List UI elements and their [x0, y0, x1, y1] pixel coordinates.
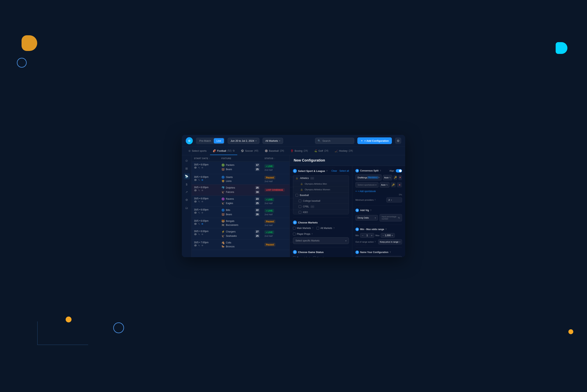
league-kbo[interactable]: KBO — [293, 210, 349, 214]
league-olympics-men[interactable]: 🔒 Olympics Athletics Men — [293, 181, 349, 187]
player-props-check[interactable]: Player Props ? — [293, 233, 313, 236]
date-range-dropdown[interactable]: Jun 20 to Jul 2, 2024 ▾ — [228, 138, 259, 144]
edit-icon[interactable]: ✎ — [198, 244, 200, 247]
add-sportsbook-button[interactable]: + + Add sportsbook — [355, 189, 376, 194]
comment-icon[interactable]: 💬 — [194, 223, 197, 226]
live-status-check[interactable]: Live ? — [313, 256, 324, 257]
comment-icon[interactable]: 💬 — [194, 233, 197, 236]
edit-icon[interactable]: ✎ — [198, 189, 200, 192]
sidebar-dollar-icon[interactable]: $ — [184, 181, 190, 188]
algo-toggle-switch[interactable] — [396, 169, 402, 172]
section-1-num: 1 — [293, 169, 297, 173]
sidebar-home-icon[interactable]: ⊙ — [184, 158, 190, 164]
status-sub: 2nd Half — [264, 235, 274, 237]
eye-icon[interactable]: 👁 — [201, 233, 204, 236]
prematch-status-check[interactable]: Pre-match ? — [293, 256, 310, 257]
league-cpbl[interactable]: CPBL ··· — [293, 204, 349, 210]
delete-sportsbook-icon[interactable]: ✕ — [398, 175, 402, 180]
section-6-num: 6 — [355, 228, 359, 231]
prematch-tab[interactable]: Pre-Match — [196, 138, 214, 144]
new-configuration-panel: New Configuration 1 Select Sport & Leagu… — [290, 155, 405, 257]
sport-checkbox[interactable] — [295, 194, 298, 196]
main-markets-check[interactable]: Main Markets ? — [293, 227, 313, 230]
soccer-tab[interactable]: ⚽ Soccer (40) — [238, 147, 261, 155]
eye-icon[interactable]: 👁 — [201, 179, 204, 182]
cell-date-5: 30/5 • 6:00pm 💬 ✎ 👁 — [192, 207, 219, 218]
min-increment-button[interactable]: + — [371, 234, 372, 237]
eye-icon[interactable]: 👁 — [201, 200, 204, 203]
league-olympics-women[interactable]: 🔒 Olympics Athletics Women — [293, 187, 349, 192]
hockey-tab[interactable]: 🏒 Hockey (24) — [332, 147, 356, 155]
league-college-baseball[interactable]: College baseball — [293, 198, 349, 204]
golf-tab[interactable]: ⛳ Golf (24) — [311, 147, 331, 155]
league-checkbox[interactable] — [299, 205, 301, 208]
alt-markets-checkbox[interactable] — [316, 227, 319, 230]
edit-icon[interactable]: ✎ — [198, 223, 200, 226]
sportsbook-select-1[interactable]: Draftkings Mandatory ▾ — [355, 174, 382, 180]
boxing-tab[interactable]: 🥊 Boxing (24) — [288, 147, 311, 155]
edit-icon[interactable]: ✎ — [198, 233, 200, 236]
search-input[interactable] — [322, 139, 352, 142]
out-range-select[interactable]: Keep price in range ▾ — [378, 239, 402, 244]
clear-button[interactable]: Clear — [332, 170, 337, 172]
lock-sportsbook-icon[interactable]: 🔑 — [393, 175, 397, 180]
delete-sportsbook-icon-2[interactable]: ✕ — [397, 182, 402, 188]
date-text: 30/5 • 7:00pm — [194, 241, 208, 244]
eye-icon[interactable]: 👁 — [201, 244, 204, 247]
specific-markets-dropdown[interactable]: Select specific Markets ▾ — [293, 237, 349, 244]
pct-input-1[interactable]: Auto % — [383, 175, 392, 180]
edit-icon[interactable]: ✎ — [198, 166, 200, 169]
player-props-checkbox[interactable] — [293, 233, 296, 236]
eye-icon[interactable]: 👁 — [201, 189, 204, 192]
add-configuration-button[interactable]: ＋ + Add Configuration — [357, 138, 392, 144]
eye-icon[interactable]: 👁 — [201, 223, 204, 226]
select-all-button[interactable]: Select all — [339, 170, 349, 172]
markets-filter-dropdown[interactable]: All Markets ▾ — [263, 138, 283, 144]
max-decrement-button[interactable]: − — [382, 234, 384, 237]
section-4-title: 4 Consensus Split ? Algo — [355, 169, 402, 172]
comment-icon[interactable]: 💬 — [194, 244, 197, 247]
team-score: 25 — [255, 234, 260, 238]
sidebar-broadcast-icon[interactable]: 📡 — [184, 173, 190, 180]
sportsbook-select-2[interactable]: Select sportsbook ▾ — [355, 182, 379, 188]
comment-icon[interactable]: 💬 — [194, 189, 197, 192]
eye-icon[interactable]: 👁 — [201, 166, 204, 169]
comment-icon[interactable]: 💬 — [194, 166, 197, 169]
league-checkbox[interactable] — [299, 200, 301, 202]
config-name-input[interactable] — [355, 256, 402, 257]
edit-icon[interactable]: ✎ — [198, 212, 200, 214]
app-logo[interactable]: ⊙ — [186, 137, 193, 144]
comment-icon[interactable]: 💬 — [194, 179, 197, 182]
live-checkbox[interactable] — [313, 256, 316, 257]
cell-fixture-3: 🐬 Dolphins 25 🦅 Falcons 16 — [219, 184, 262, 196]
date-text: 30/5 • 6:00pm — [194, 208, 208, 211]
sidebar-trend-icon[interactable]: ↗ — [184, 189, 190, 195]
min-providers-select[interactable]: 2 ▾ — [386, 197, 402, 202]
max-increment-button[interactable]: + — [392, 234, 393, 237]
main-markets-checkbox[interactable] — [293, 227, 296, 230]
select-sports-tab[interactable]: ⊙ Select sports — [186, 147, 209, 155]
live-tab[interactable]: Live — [214, 138, 224, 144]
sport-athletics[interactable]: 🔒 Athletics ··· — [293, 176, 349, 181]
baseball-tab[interactable]: ⚾ Baseball (24) — [262, 147, 287, 155]
comment-icon[interactable]: 💬 — [194, 200, 197, 203]
comment-icon[interactable]: 💬 — [194, 212, 197, 214]
sport-baseball[interactable]: Baseball — [293, 192, 349, 198]
sidebar-config-icon[interactable]: 🗂 — [184, 204, 190, 211]
football-tab[interactable]: 🏈 Football (52) ⧉ — [210, 147, 237, 155]
sidebar-settings-icon[interactable]: ⚙ — [184, 197, 190, 203]
min-decrement-button[interactable]: − — [362, 234, 363, 237]
alt-markets-check[interactable]: Alt Markets ? — [316, 227, 334, 230]
pct-input-2[interactable]: Auto % — [380, 182, 390, 188]
eye-icon[interactable]: 👁 — [201, 212, 204, 214]
lock-sportsbook-icon-2[interactable]: 🔑 — [391, 182, 396, 188]
settings-gear-icon[interactable]: ⚙ — [395, 138, 401, 144]
config-left-column: 1 Select Sport & League ? Clear Select a… — [290, 166, 352, 257]
league-checkbox[interactable] — [299, 211, 301, 214]
edit-icon[interactable]: ✎ — [198, 200, 200, 203]
vig-pct-input[interactable]: Input percentage number % — [380, 214, 402, 222]
edit-icon[interactable]: ✎ — [198, 179, 200, 182]
sidebar-table-icon[interactable]: ⊞ — [184, 166, 190, 172]
prematch-checkbox[interactable] — [293, 256, 296, 257]
vig-type-select[interactable]: Devig Odds ▾ — [355, 215, 378, 220]
